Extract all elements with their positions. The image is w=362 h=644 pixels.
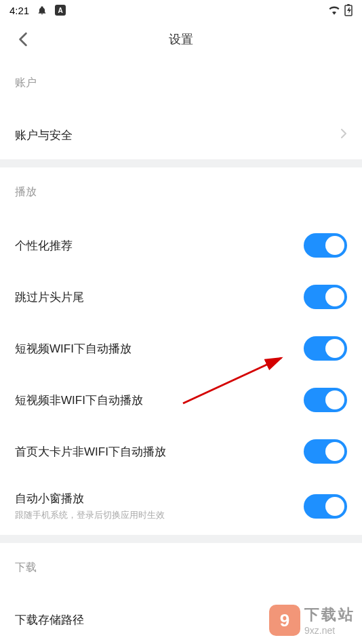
section-header-download: 下载 xyxy=(0,543,362,595)
page-header: 设置 xyxy=(0,20,362,58)
setting-auto-pip[interactable]: 自动小窗播放 跟随手机系统，登录后切换应用时生效 xyxy=(0,477,362,535)
setting-shortvideo-wifi-autoplay[interactable]: 短视频WIFI下自动播放 xyxy=(0,323,362,374)
setting-label: 首页大卡片非WIFI下自动播放 xyxy=(15,444,166,460)
setting-label: 短视频WIFI下自动播放 xyxy=(15,341,132,357)
setting-desc: 跟随手机系统，登录后切换应用时生效 xyxy=(15,509,165,521)
status-bar: 4:21 A xyxy=(0,0,362,20)
toggle-knob xyxy=(325,497,344,516)
toggle-knob xyxy=(325,287,344,306)
setting-shortvideo-nonwifi-autoplay[interactable]: 短视频非WIFI下自动播放 xyxy=(0,374,362,426)
battery-icon xyxy=(344,4,353,16)
svg-rect-1 xyxy=(347,4,350,5)
status-time: 4:21 xyxy=(9,5,29,16)
app-badge-icon: A xyxy=(55,5,66,16)
toggle-personalized-recommend[interactable] xyxy=(304,233,347,258)
wifi-icon xyxy=(328,5,340,15)
setting-label: 个性化推荐 xyxy=(15,238,73,254)
setting-label: 短视频非WIFI下自动播放 xyxy=(15,393,143,408)
section-playback: 播放 个性化推荐 跳过片头片尾 短视频WIFI下自动播放 短视频非WIFI下自动… xyxy=(0,167,362,535)
toggle-knob xyxy=(325,236,344,255)
setting-download-storage-path[interactable]: 下载存储路径 xyxy=(0,595,362,644)
setting-label: 跳过片头片尾 xyxy=(15,289,84,305)
toggle-shortvideo-nonwifi-autoplay[interactable] xyxy=(304,388,347,412)
notification-icon xyxy=(37,5,47,15)
section-header-account: 账户 xyxy=(0,58,362,110)
setting-personalized-recommend[interactable]: 个性化推荐 xyxy=(0,220,362,271)
setting-homepage-card-nonwifi-autoplay[interactable]: 首页大卡片非WIFI下自动播放 xyxy=(0,426,362,477)
section-header-playback: 播放 xyxy=(0,167,362,220)
toggle-skip-intro-outro[interactable] xyxy=(304,285,347,309)
toggle-knob xyxy=(325,442,344,461)
chevron-left-icon xyxy=(18,32,28,47)
page-title: 设置 xyxy=(0,31,362,47)
toggle-knob xyxy=(325,339,344,358)
back-button[interactable] xyxy=(9,26,37,53)
setting-label: 自动小窗播放 xyxy=(15,491,165,506)
section-account: 账户 账户与安全 xyxy=(0,58,362,159)
setting-label: 账户与安全 xyxy=(15,127,73,143)
setting-label: 下载存储路径 xyxy=(15,612,84,628)
section-download: 下载 下载存储路径 xyxy=(0,543,362,644)
chevron-right-icon xyxy=(340,128,347,142)
toggle-homepage-card-nonwifi-autoplay[interactable] xyxy=(304,439,347,464)
setting-skip-intro-outro[interactable]: 跳过片头片尾 xyxy=(0,271,362,323)
setting-account-security[interactable]: 账户与安全 xyxy=(0,110,362,159)
toggle-auto-pip[interactable] xyxy=(304,494,347,519)
toggle-shortvideo-wifi-autoplay[interactable] xyxy=(304,336,347,361)
toggle-knob xyxy=(325,390,344,409)
